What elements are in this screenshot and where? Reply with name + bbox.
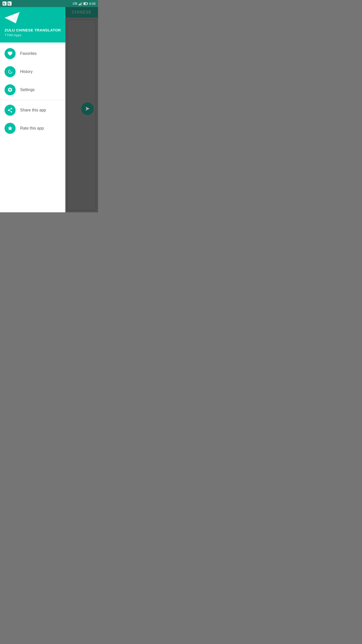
lte-icon: LTE	[73, 2, 77, 5]
menu-item-share[interactable]: Share this app	[0, 101, 65, 119]
svg-line-20	[9, 109, 11, 110]
gear-icon	[7, 87, 13, 93]
app-subtitle: TTMA Apps	[5, 33, 61, 37]
notification-icon-1: N	[3, 2, 7, 6]
rate-label: Rate this app	[20, 126, 44, 131]
svg-rect-5	[80, 4, 80, 5]
clock-icon	[7, 69, 13, 74]
svg-text:⚡: ⚡	[84, 3, 86, 5]
svg-rect-9	[87, 3, 88, 4]
share-icon-circle	[5, 105, 16, 116]
status-time: 8:08	[89, 2, 96, 6]
svg-text:N: N	[8, 2, 10, 6]
svg-point-17	[8, 109, 10, 111]
menu-item-settings[interactable]: Settings	[0, 81, 65, 99]
rate-icon-circle	[5, 123, 16, 134]
favorites-icon-circle	[5, 48, 16, 59]
drawer-overlay[interactable]	[65, 7, 98, 212]
drawer-menu: Favorites History Settings	[0, 43, 65, 212]
status-bar: N N LTE ⚡ 8:08	[0, 0, 98, 7]
navigation-drawer: ZULU CHINESE TRANSLATOR TTMA Apps Favori…	[0, 7, 65, 212]
svg-rect-6	[81, 3, 81, 5]
drawer-header: ZULU CHINESE TRANSLATOR TTMA Apps	[0, 7, 65, 43]
menu-item-rate[interactable]: Rate this app	[0, 119, 65, 137]
settings-label: Settings	[20, 88, 35, 92]
star-icon	[7, 126, 13, 131]
notification-icon-2: N	[8, 2, 12, 6]
svg-text:N: N	[3, 2, 5, 6]
favorites-label: Favorites	[20, 51, 37, 56]
heart-icon	[7, 51, 13, 56]
status-bar-right: LTE ⚡ 8:08	[73, 2, 96, 6]
history-icon-circle	[5, 66, 16, 77]
share-label: Share this app	[20, 108, 46, 112]
app-title: ZULU CHINESE TRANSLATOR	[5, 28, 61, 32]
history-label: History	[20, 69, 33, 74]
svg-point-16	[11, 108, 12, 109]
share-icon	[7, 107, 13, 113]
status-bar-left: N N	[3, 2, 12, 6]
svg-rect-4	[79, 4, 79, 5]
drawer-logo	[5, 12, 61, 24]
menu-item-history[interactable]: History	[0, 63, 65, 81]
menu-item-favorites[interactable]: Favorites	[0, 45, 65, 63]
menu-divider	[0, 100, 65, 100]
signal-icon	[79, 2, 82, 5]
battery-icon: ⚡	[83, 2, 88, 5]
settings-icon-circle	[5, 84, 16, 95]
svg-rect-7	[82, 2, 82, 5]
main-layout: CHINESE ZULU CHINESE TRANSLATOR	[0, 7, 98, 212]
app-logo	[5, 12, 20, 23]
svg-line-19	[9, 110, 11, 111]
svg-point-18	[11, 111, 12, 113]
